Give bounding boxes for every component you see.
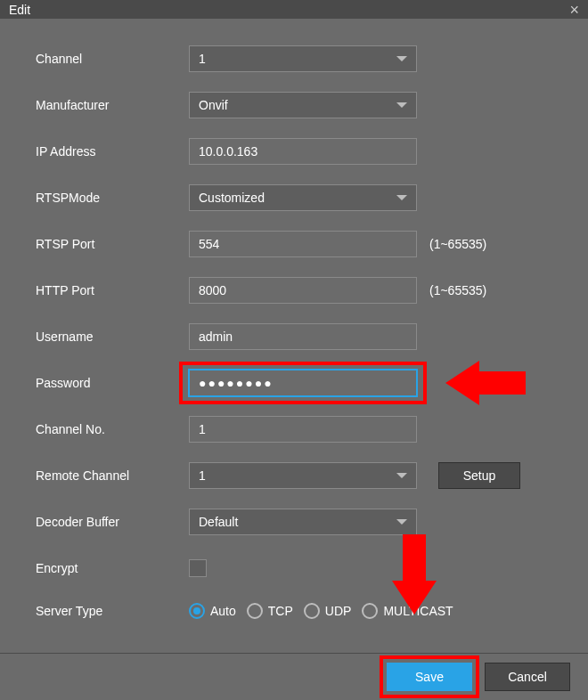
- http-port-value: 8000: [199, 283, 226, 297]
- manufacturer-value: Onvif: [199, 98, 228, 112]
- row-channel-no: Channel No. 1: [36, 416, 552, 443]
- row-manufacturer: Manufacturer Onvif: [36, 92, 552, 118]
- row-rtsp-port: RTSP Port 554 (1~65535): [36, 231, 552, 257]
- chevron-down-icon: [396, 102, 407, 108]
- edit-dialog: Edit × Channel 1 Manufacturer Onvif IP A…: [0, 0, 588, 700]
- channel-no-value: 1: [199, 422, 206, 436]
- radio-multicast-label: MULTICAST: [383, 604, 453, 618]
- label-password: Password: [36, 376, 189, 390]
- ip-address-input[interactable]: 10.0.0.163: [189, 138, 417, 165]
- label-channel-no: Channel No.: [36, 422, 189, 436]
- decoder-buffer-value: Default: [199, 515, 238, 529]
- password-input[interactable]: ●●●●●●●●: [189, 370, 417, 396]
- radio-icon: [304, 603, 320, 619]
- chevron-down-icon: [396, 519, 407, 525]
- password-value: ●●●●●●●●: [199, 376, 274, 390]
- username-value: admin: [199, 330, 233, 344]
- rtsp-port-value: 554: [199, 237, 219, 251]
- close-icon[interactable]: ×: [569, 2, 579, 18]
- radio-udp-label: UDP: [325, 604, 352, 618]
- chevron-down-icon: [396, 195, 407, 200]
- cancel-label: Cancel: [508, 670, 547, 684]
- row-remote-channel: Remote Channel 1 Setup: [36, 462, 552, 489]
- label-encrypt: Encrypt: [36, 561, 189, 575]
- arrow-left-icon: [445, 361, 526, 405]
- radio-auto-label: Auto: [210, 604, 236, 618]
- remote-channel-select[interactable]: 1: [189, 462, 417, 489]
- label-decoder-buffer: Decoder Buffer: [36, 515, 189, 529]
- rtsp-mode-select[interactable]: Customized: [189, 184, 417, 211]
- row-username: Username admin: [36, 323, 552, 350]
- label-rtsp-port: RTSP Port: [36, 237, 189, 251]
- row-ip-address: IP Address 10.0.0.163: [36, 138, 552, 165]
- label-ip-address: IP Address: [36, 144, 189, 159]
- radio-icon: [247, 603, 263, 619]
- ip-address-value: 10.0.0.163: [199, 144, 257, 159]
- row-rtsp-mode: RTSPMode Customized: [36, 184, 552, 211]
- channel-select[interactable]: 1: [189, 45, 417, 72]
- channel-value: 1: [199, 52, 206, 66]
- row-server-type: Server Type Auto TCP UDP MULTICAST: [36, 598, 552, 624]
- label-server-type: Server Type: [36, 604, 189, 618]
- radio-tcp-label: TCP: [268, 604, 293, 618]
- setup-button[interactable]: Setup: [438, 462, 520, 489]
- setup-label: Setup: [463, 468, 496, 483]
- label-rtsp-mode: RTSPMode: [36, 191, 189, 205]
- channel-no-input[interactable]: 1: [189, 416, 417, 443]
- dialog-content: Channel 1 Manufacturer Onvif IP Address …: [0, 19, 588, 653]
- label-remote-channel: Remote Channel: [36, 468, 189, 483]
- radio-icon: [362, 603, 378, 619]
- row-http-port: HTTP Port 8000 (1~65535): [36, 277, 552, 304]
- radio-tcp[interactable]: TCP: [247, 603, 293, 619]
- chevron-down-icon: [396, 56, 407, 61]
- http-port-input[interactable]: 8000: [189, 277, 417, 304]
- save-label: Save: [415, 670, 444, 684]
- rtsp-port-input[interactable]: 554: [189, 231, 417, 257]
- manufacturer-select[interactable]: Onvif: [189, 92, 417, 118]
- row-decoder-buffer: Decoder Buffer Default: [36, 509, 552, 535]
- radio-icon: [189, 603, 205, 619]
- row-password: Password ●●●●●●●●: [36, 370, 552, 396]
- radio-auto[interactable]: Auto: [189, 603, 236, 619]
- encrypt-checkbox[interactable]: [189, 559, 207, 577]
- label-manufacturer: Manufacturer: [36, 98, 189, 112]
- rtsp-port-hint: (1~65535): [429, 237, 486, 251]
- username-input[interactable]: admin: [189, 323, 417, 350]
- label-channel: Channel: [36, 52, 189, 66]
- server-type-radio-group: Auto TCP UDP MULTICAST: [189, 603, 453, 619]
- save-button[interactable]: Save: [387, 663, 472, 691]
- rtsp-mode-value: Customized: [199, 191, 265, 205]
- title-bar: Edit ×: [0, 0, 588, 19]
- radio-multicast[interactable]: MULTICAST: [362, 603, 453, 619]
- dialog-title: Edit: [9, 3, 30, 17]
- radio-udp[interactable]: UDP: [304, 603, 352, 619]
- row-channel: Channel 1: [36, 45, 552, 72]
- label-username: Username: [36, 330, 189, 344]
- cancel-button[interactable]: Cancel: [485, 663, 570, 691]
- remote-channel-value: 1: [199, 468, 206, 483]
- dialog-footer: Save Cancel: [0, 653, 588, 700]
- label-http-port: HTTP Port: [36, 283, 189, 297]
- decoder-buffer-select[interactable]: Default: [189, 509, 417, 535]
- row-encrypt: Encrypt: [36, 555, 552, 582]
- http-port-hint: (1~65535): [429, 283, 486, 297]
- chevron-down-icon: [396, 473, 407, 478]
